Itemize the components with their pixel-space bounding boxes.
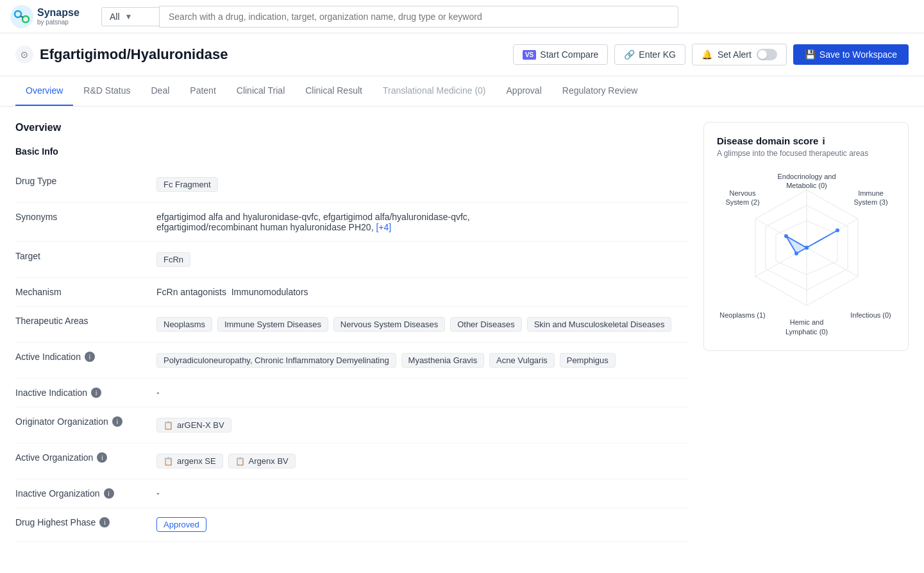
radar-label-infectious: Infectious (0) xyxy=(845,311,896,320)
org-bv-name: Argenx BV xyxy=(249,456,289,466)
drug-title-area: ⊙ Efgartigimod/Hyaluronidase xyxy=(15,46,228,64)
inactive-indication-label: Inactive Indication i xyxy=(15,388,144,398)
synonym-1: efgartigimod alfa and hyaluronidase-qvfc… xyxy=(156,212,470,222)
svg-marker-10 xyxy=(786,230,837,253)
radar-label-endocrinology: Endocrinology andMetabolic (0) xyxy=(768,172,845,191)
mechanism-row: Mechanism FcRn antagonists Immunomodulat… xyxy=(15,278,688,307)
inactive-indication-label-text: Inactive Indication xyxy=(15,388,87,398)
active-org-value: 📋 argenx SE 📋 Argenx BV xyxy=(156,452,688,470)
enter-kg-button[interactable]: 🔗 Enter KG xyxy=(614,44,685,65)
ta-skin: Skin and Musculoskeletal Diseases xyxy=(527,317,672,332)
org-icon-bv: 📋 xyxy=(235,457,245,466)
drug-type-label-text: Drug Type xyxy=(15,176,56,186)
ta-nervous: Nervous System Diseases xyxy=(333,317,445,332)
org-argenx-bv-active: 📋 Argenx BV xyxy=(228,454,296,468)
ta-immune: Immune System Diseases xyxy=(217,317,328,332)
logo-name: Synapse xyxy=(37,7,80,19)
ai-polyradiculoneuropathy: Polyradiculoneuropathy, Chronic Inflamma… xyxy=(156,353,396,368)
save-icon: 💾 xyxy=(805,49,816,60)
filter-dropdown[interactable]: All ▼ xyxy=(101,7,159,26)
radar-label-hemic: Hemic andLymphatic (0) xyxy=(775,318,839,336)
tab-deal[interactable]: Deal xyxy=(141,76,180,106)
ai-myasthenia: Myasthenia Gravis xyxy=(401,353,485,368)
synonym-2: efgartigimod/recombinant human hyaluroni… xyxy=(156,222,376,232)
disease-panel-title: Disease domain score i xyxy=(717,135,895,146)
tab-bar: Overview R&D Status Deal Patent Clinical… xyxy=(0,76,924,107)
svg-point-12 xyxy=(836,228,839,232)
active-indication-value: Polyradiculoneuropathy, Chronic Inflamma… xyxy=(156,352,688,369)
drug-highest-phase-row: Drug Highest Phase i Approved xyxy=(15,508,688,542)
drug-type-value: Fc Fragment xyxy=(156,176,688,193)
ta-other: Other Diseases xyxy=(450,317,522,332)
radar-label-nervous: NervousSystem (2) xyxy=(717,189,768,207)
synonyms-more-link[interactable]: [+4] xyxy=(376,222,391,232)
inactive-org-label: Inactive Organization i xyxy=(15,488,144,499)
alert-toggle[interactable] xyxy=(757,49,777,60)
synonyms-label-text: Synonyms xyxy=(15,212,57,222)
vs-icon: VS xyxy=(523,50,536,60)
app-header: Synapse by patsnap All ▼ xyxy=(0,0,924,33)
drug-highest-phase-info-icon: i xyxy=(99,517,110,527)
kg-label: Enter KG xyxy=(639,49,676,60)
tab-rd-status[interactable]: R&D Status xyxy=(73,76,140,106)
org-name: arGEN-X BV xyxy=(177,420,224,430)
disease-panel-subtitle: A glimpse into the focused therapeutic a… xyxy=(717,149,895,158)
drug-name: Efgartigimod/Hyaluronidase xyxy=(40,46,228,63)
disease-panel-title-text: Disease domain score xyxy=(717,135,818,146)
org-icon-se: 📋 xyxy=(164,457,173,466)
ta-neoplasms: Neoplasms xyxy=(156,317,212,332)
target-tag: FcRn xyxy=(156,252,190,267)
tab-approval[interactable]: Approval xyxy=(496,76,552,106)
inactive-indication-value: - xyxy=(156,388,688,398)
tab-clinical-trial[interactable]: Clinical Trial xyxy=(226,76,295,106)
originator-org-label-text: Originator Organization xyxy=(15,416,108,427)
tab-regulatory-review[interactable]: Regulatory Review xyxy=(552,76,648,106)
synonyms-value: efgartigimod alfa and hyaluronidase-qvfc… xyxy=(156,212,688,232)
mechanism-value: FcRn antagonists Immunomodulators xyxy=(156,287,688,297)
svg-point-15 xyxy=(794,252,798,255)
org-icon: 📋 xyxy=(164,421,173,430)
active-indication-label-text: Active Indication xyxy=(15,352,81,362)
search-input[interactable] xyxy=(159,6,678,28)
inactive-org-info-icon: i xyxy=(104,488,114,499)
ai-pemphigus: Pemphigus xyxy=(560,353,616,368)
save-to-workspace-button[interactable]: 💾 Save to Workspace xyxy=(793,44,909,65)
compare-label: Start Compare xyxy=(540,49,598,60)
org-argenx-se: 📋 argenx SE xyxy=(156,454,223,468)
inactive-indication-info-icon: i xyxy=(91,388,101,398)
set-alert-button[interactable]: 🔔 Set Alert xyxy=(692,44,787,65)
logo-sub: by patsnap xyxy=(37,19,80,26)
org-se-name: argenx SE xyxy=(177,456,216,466)
active-indication-label: Active Indication i xyxy=(15,352,144,362)
drug-type-tag: Fc Fragment xyxy=(156,177,218,192)
drug-highest-phase-label: Drug Highest Phase i xyxy=(15,517,144,527)
inactive-org-value: - xyxy=(156,488,688,499)
logo-icon xyxy=(10,5,33,28)
mechanism-label: Mechanism xyxy=(15,287,144,297)
active-org-label: Active Organization i xyxy=(15,452,144,463)
approved-badge: Approved xyxy=(156,517,206,532)
inactive-indication-row: Inactive Indication i - xyxy=(15,379,688,407)
toggle-thumb xyxy=(758,50,767,59)
org-argenx-bv: 📋 arGEN-X BV xyxy=(156,418,231,432)
originator-org-value: 📋 arGEN-X BV xyxy=(156,416,688,434)
drug-highest-phase-label-text: Drug Highest Phase xyxy=(15,517,96,527)
start-compare-button[interactable]: VS Start Compare xyxy=(513,44,608,65)
tab-overview[interactable]: Overview xyxy=(15,76,73,106)
save-label: Save to Workspace xyxy=(819,49,897,60)
basic-info-title: Basic Info xyxy=(15,146,688,157)
therapeutic-areas-label: Therapeutic Areas xyxy=(15,316,144,326)
tab-clinical-result[interactable]: Clinical Result xyxy=(295,76,373,106)
radar-chart-container: Endocrinology andMetabolic (0) ImmuneSys… xyxy=(717,171,896,338)
bell-icon: 🔔 xyxy=(701,49,712,60)
target-value: FcRn xyxy=(156,251,688,268)
therapeutic-areas-value: Neoplasms Immune System Diseases Nervous… xyxy=(156,316,688,333)
originator-org-label: Originator Organization i xyxy=(15,416,144,427)
chevron-down-icon: ▼ xyxy=(125,12,133,21)
section-title: Overview xyxy=(15,122,688,133)
svg-point-16 xyxy=(784,234,788,238)
info-icon: i xyxy=(85,352,95,362)
active-indication-row: Active Indication i Polyradiculoneuropat… xyxy=(15,343,688,379)
disease-info-icon: i xyxy=(822,135,825,146)
tab-patent[interactable]: Patent xyxy=(180,76,226,106)
